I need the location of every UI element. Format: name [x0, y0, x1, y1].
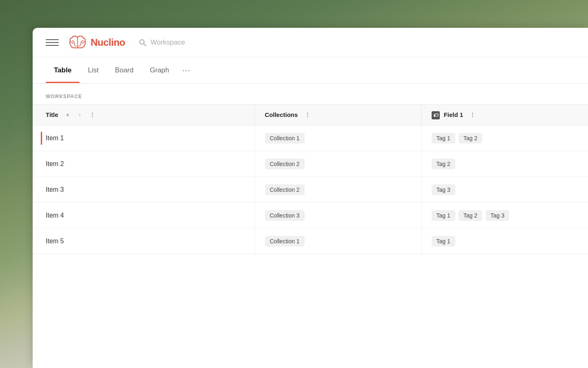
- tags-container: Tag 1Tag 2Tag 3: [432, 210, 579, 221]
- table-row: Item 1Collection 1Tag 1Tag 2: [33, 126, 588, 151]
- more-column-button[interactable]: ⋮: [88, 110, 97, 119]
- cell-title-4[interactable]: Item 4: [33, 203, 255, 229]
- menu-button[interactable]: [46, 36, 59, 49]
- cell-field1-2: Tag 2: [421, 151, 588, 177]
- tab-board[interactable]: Board: [107, 58, 142, 83]
- collection-badge[interactable]: Collection 1: [265, 236, 305, 247]
- column-header-field1: 🏷 Field 1 ⋮: [421, 105, 588, 126]
- data-table: Title + ↑ ⋮ Collections ⋮: [33, 104, 588, 254]
- cell-collection-2: Collection 2: [255, 151, 421, 177]
- cell-field1-3: Tag 3: [421, 177, 588, 203]
- tab-list[interactable]: List: [80, 58, 107, 83]
- section-label: WORKSPACE: [33, 84, 588, 104]
- tag-badge[interactable]: Tag 3: [432, 184, 455, 195]
- table-row: Item 2Collection 2Tag 2: [33, 151, 588, 177]
- sort-column-button[interactable]: ↑: [76, 110, 85, 119]
- table-row: Item 3Collection 2Tag 3: [33, 177, 588, 203]
- cell-title-2[interactable]: Item 2: [33, 151, 255, 177]
- tag-badge[interactable]: Tag 1: [432, 133, 455, 144]
- tag-badge[interactable]: Tag 2: [432, 159, 455, 169]
- tab-table[interactable]: Table: [46, 58, 80, 83]
- content-area: WORKSPACE Title + ↑ ⋮ Collections: [33, 84, 588, 368]
- tag-icon: 🏷: [432, 111, 440, 119]
- header: Nuclino Workspace: [33, 28, 588, 57]
- search-area[interactable]: Workspace: [138, 38, 185, 47]
- tag-badge[interactable]: Tag 2: [459, 210, 482, 221]
- cell-title-1[interactable]: Item 1: [33, 126, 255, 151]
- tags-container: Tag 3: [432, 184, 579, 195]
- tag-badge[interactable]: Tag 3: [486, 210, 509, 221]
- table-header-row: Title + ↑ ⋮ Collections ⋮: [33, 105, 588, 126]
- cell-collection-5: Collection 1: [255, 229, 421, 254]
- cell-field1-5: Tag 1: [421, 229, 588, 254]
- tags-container: Tag 1Tag 2: [432, 133, 579, 144]
- tag-badge[interactable]: Tag 1: [432, 210, 455, 221]
- title-column-actions: + ↑ ⋮: [63, 110, 97, 119]
- collection-badge[interactable]: Collection 2: [265, 184, 305, 195]
- table-row: Item 5Collection 1Tag 1: [33, 229, 588, 254]
- cell-collection-4: Collection 3: [255, 203, 421, 229]
- tags-container: Tag 2: [432, 159, 579, 169]
- column-header-title: Title + ↑ ⋮: [33, 105, 255, 126]
- table-row: Item 4Collection 3Tag 1Tag 2Tag 3: [33, 203, 588, 229]
- field1-column-actions: ⋮: [468, 110, 477, 119]
- tags-container: Tag 1: [432, 236, 579, 247]
- collections-column-actions: ⋮: [303, 110, 312, 119]
- collection-badge[interactable]: Collection 3: [265, 210, 305, 221]
- tab-more-button[interactable]: ⋯: [177, 57, 196, 83]
- tab-graph[interactable]: Graph: [142, 58, 177, 83]
- cell-field1-1: Tag 1Tag 2: [421, 126, 588, 151]
- collection-badge[interactable]: Collection 1: [265, 133, 305, 144]
- column-header-collections: Collections ⋮: [255, 105, 421, 126]
- tab-bar: Table List Board Graph ⋯: [33, 57, 588, 84]
- cell-collection-1: Collection 1: [255, 126, 421, 151]
- tag-badge[interactable]: Tag 2: [459, 133, 482, 144]
- logo-text: Nuclino: [91, 37, 125, 48]
- cell-title-5[interactable]: Item 5: [33, 229, 255, 254]
- more-collections-button[interactable]: ⋮: [303, 110, 312, 119]
- cell-collection-3: Collection 2: [255, 177, 421, 203]
- collection-badge[interactable]: Collection 2: [265, 159, 305, 169]
- app-window: Nuclino Workspace Table List Board Graph…: [33, 28, 588, 368]
- add-column-button[interactable]: +: [63, 110, 72, 119]
- search-icon: [138, 38, 147, 47]
- tag-badge[interactable]: Tag 1: [432, 236, 455, 247]
- logo: Nuclino: [69, 35, 125, 50]
- search-placeholder: Workspace: [151, 38, 185, 47]
- more-field1-button[interactable]: ⋮: [468, 110, 477, 119]
- cell-field1-4: Tag 1Tag 2Tag 3: [421, 203, 588, 229]
- brain-icon: [69, 35, 87, 50]
- cell-title-3[interactable]: Item 3: [33, 177, 255, 203]
